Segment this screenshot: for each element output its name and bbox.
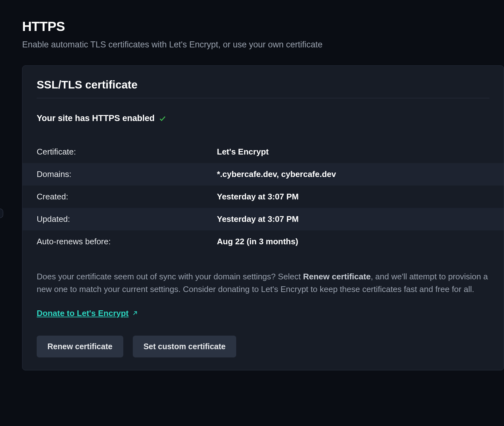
ssl-certificate-card: SSL/TLS certificate Your site has HTTPS …	[22, 65, 504, 370]
table-row: Certificate: Let's Encrypt	[22, 141, 504, 163]
row-label: Auto-renews before:	[37, 237, 217, 246]
page-title: HTTPS	[22, 19, 504, 34]
row-value: Yesterday at 3:07 PM	[217, 214, 489, 224]
row-label: Domains:	[37, 169, 217, 179]
row-value: Yesterday at 3:07 PM	[217, 192, 489, 202]
row-label: Certificate:	[37, 147, 217, 157]
row-value: Aug 22 (in 3 months)	[217, 237, 489, 246]
row-label: Updated:	[37, 214, 217, 224]
https-settings-page: HTTPS Enable automatic TLS certificates …	[0, 0, 504, 370]
donate-link[interactable]: Donate to Let's Encrypt	[37, 308, 138, 318]
certificate-info-table: Certificate: Let's Encrypt Domains: *.cy…	[22, 141, 504, 253]
set-custom-certificate-button[interactable]: Set custom certificate	[133, 336, 237, 357]
row-value: *.cybercafe.dev, cybercafe.dev	[217, 169, 489, 179]
help-text: Does your certificate seem out of sync w…	[22, 270, 504, 296]
renew-certificate-button[interactable]: Renew certificate	[37, 336, 123, 357]
donate-link-label: Donate to Let's Encrypt	[37, 308, 129, 318]
external-link-icon	[132, 310, 138, 316]
check-icon	[158, 114, 167, 123]
button-row: Renew certificate Set custom certificate	[22, 336, 504, 357]
card-title: SSL/TLS certificate	[37, 78, 489, 98]
help-text-pre: Does your certificate seem out of sync w…	[37, 272, 303, 281]
https-status: Your site has HTTPS enabled	[37, 113, 489, 123]
help-text-strong: Renew certificate	[303, 272, 371, 281]
svg-line-0	[133, 312, 137, 315]
table-row: Domains: *.cybercafe.dev, cybercafe.dev	[22, 163, 504, 186]
page-subtitle: Enable automatic TLS certificates with L…	[22, 40, 504, 50]
table-row: Updated: Yesterday at 3:07 PM	[22, 208, 504, 230]
row-label: Created:	[37, 192, 217, 202]
table-row: Created: Yesterday at 3:07 PM	[22, 186, 504, 208]
row-value: Let's Encrypt	[217, 147, 489, 157]
table-row: Auto-renews before: Aug 22 (in 3 months)	[22, 230, 504, 253]
https-status-text: Your site has HTTPS enabled	[37, 113, 155, 123]
